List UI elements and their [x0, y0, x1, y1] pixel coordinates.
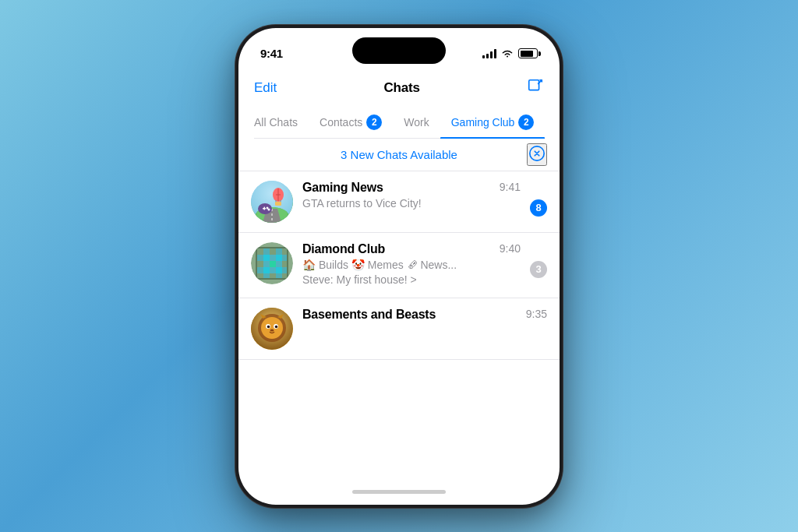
- chat-preview2-diamond-club: Steve: My first house! >: [302, 273, 521, 288]
- svg-rect-9: [275, 202, 281, 206]
- avatar-diamond-club: [251, 242, 293, 284]
- chat-content-basements-beasts: Basements and Beasts 9:35: [302, 308, 547, 323]
- chat-list: Gaming News 9:41 GTA returns to Vice Cit…: [238, 171, 560, 480]
- chat-name-basements-beasts: Basements and Beasts: [302, 308, 436, 322]
- svg-rect-21: [270, 248, 276, 255]
- signal-bars-icon: [482, 49, 496, 58]
- svg-rect-37: [276, 267, 282, 273]
- svg-rect-31: [270, 261, 276, 267]
- svg-rect-34: [257, 267, 263, 273]
- chat-preview-diamond-club: 🏠 Builds 🤡 Memes 🗞 News...: [302, 258, 521, 273]
- tab-gaming-club[interactable]: Gaming Club 2: [440, 108, 546, 138]
- svg-rect-35: [263, 267, 270, 273]
- chat-time-gaming-news: 9:41: [500, 181, 521, 193]
- svg-rect-41: [270, 273, 276, 278]
- svg-rect-19: [257, 248, 263, 255]
- chat-item-gaming-news[interactable]: Gaming News 9:41 GTA returns to Vice Cit…: [238, 171, 560, 233]
- svg-rect-27: [276, 255, 282, 261]
- gaming-club-badge: 2: [518, 115, 534, 130]
- tab-contacts[interactable]: Contacts 2: [309, 108, 393, 138]
- svg-rect-20: [263, 248, 270, 255]
- home-indicator: [238, 480, 560, 505]
- tab-all-chats[interactable]: All Chats: [254, 110, 309, 136]
- close-banner-button[interactable]: [527, 143, 547, 166]
- wifi-icon: [501, 49, 514, 58]
- nav-area: Edit Chats All Chats Contac: [238, 69, 560, 139]
- svg-point-52: [270, 329, 274, 331]
- chat-item-diamond-club[interactable]: Diamond Club 9:40 🏠 Builds 🤡 Memes 🗞 New…: [238, 233, 560, 298]
- svg-point-51: [275, 325, 278, 328]
- svg-point-14: [268, 208, 270, 210]
- chat-time-basements-beasts: 9:35: [526, 308, 547, 320]
- new-chats-text: 3 New Chats Available: [251, 148, 547, 161]
- chat-time-diamond-club: 9:40: [500, 242, 521, 255]
- filter-tabs: All Chats Contacts 2 Work Gaming Club 2: [254, 108, 544, 139]
- svg-rect-28: [282, 255, 287, 261]
- nav-header: Edit Chats: [254, 75, 544, 108]
- phone-frame: 9:41: [235, 25, 563, 508]
- svg-rect-43: [282, 273, 287, 278]
- svg-point-50: [267, 325, 270, 328]
- svg-rect-26: [270, 255, 276, 261]
- avatar-basements-beasts: [251, 308, 293, 350]
- svg-rect-39: [257, 273, 263, 278]
- phone-screen: 9:41: [238, 28, 560, 505]
- svg-rect-30: [263, 261, 270, 267]
- svg-rect-16: [264, 206, 266, 210]
- svg-rect-38: [282, 267, 287, 273]
- compose-button[interactable]: [527, 78, 544, 99]
- home-indicator-bar: [352, 490, 446, 494]
- svg-rect-33: [282, 261, 287, 267]
- contacts-badge: 2: [366, 115, 382, 130]
- chat-content-gaming-news: Gaming News 9:41 GTA returns to Vice Cit…: [302, 181, 521, 212]
- unread-badge-gaming-news: 8: [530, 199, 547, 217]
- svg-rect-0: [529, 79, 539, 90]
- status-bar: 9:41: [238, 28, 560, 69]
- svg-rect-40: [263, 273, 270, 278]
- dynamic-island: [352, 37, 446, 64]
- page-title: Chats: [384, 80, 420, 96]
- svg-rect-42: [276, 273, 282, 278]
- avatar-gaming-news: [251, 181, 293, 223]
- new-chats-banner: 3 New Chats Available: [238, 139, 560, 171]
- svg-rect-22: [276, 248, 282, 255]
- svg-rect-29: [257, 261, 263, 267]
- unread-badge-diamond-club: 3: [530, 261, 547, 278]
- chat-name-diamond-club: Diamond Club: [302, 242, 385, 256]
- compose-icon: [527, 78, 544, 95]
- chat-content-diamond-club: Diamond Club 9:40 🏠 Builds 🤡 Memes 🗞 New…: [302, 242, 521, 288]
- chat-preview-gaming-news: GTA returns to Vice City!: [302, 196, 521, 212]
- battery-icon: [518, 48, 538, 58]
- svg-rect-23: [282, 248, 287, 255]
- chat-right-gaming-news: 8: [530, 181, 547, 218]
- svg-point-47: [261, 317, 283, 339]
- svg-rect-36: [270, 267, 276, 273]
- status-icons: [482, 48, 538, 58]
- chat-name-gaming-news: Gaming News: [302, 181, 383, 195]
- close-circle-icon: [528, 145, 546, 162]
- chat-item-basements-beasts[interactable]: Basements and Beasts 9:35: [238, 298, 560, 360]
- tab-work[interactable]: Work: [393, 110, 440, 136]
- phone-wrapper: 9:41: [235, 25, 563, 508]
- status-time: 9:41: [260, 47, 283, 60]
- svg-rect-32: [276, 261, 282, 267]
- chat-right-diamond-club: 3: [530, 242, 547, 280]
- svg-rect-24: [257, 255, 263, 261]
- edit-button[interactable]: Edit: [254, 80, 277, 96]
- svg-rect-25: [263, 255, 270, 261]
